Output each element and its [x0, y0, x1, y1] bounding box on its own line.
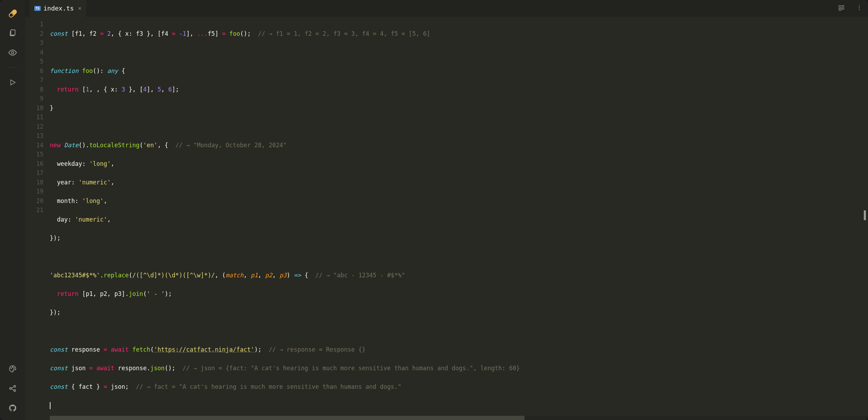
code-line: [50, 252, 868, 262]
minimap-indicator[interactable]: [864, 210, 866, 220]
line-number: 8: [25, 85, 43, 94]
svg-rect-0: [11, 30, 15, 35]
line-number: 7: [25, 75, 43, 85]
code-line: const json = await response.json(); // →…: [50, 364, 868, 373]
activity-bar: [0, 0, 25, 420]
more-icon[interactable]: [850, 5, 868, 12]
line-number: 17: [25, 168, 43, 178]
eye-icon[interactable]: [8, 48, 18, 57]
palette-icon[interactable]: [8, 364, 18, 374]
line-number: 11: [25, 113, 43, 122]
code-line: });: [50, 308, 868, 317]
line-number: 10: [25, 103, 43, 113]
svg-point-11: [859, 9, 860, 10]
code-area[interactable]: const [f1, f2 = 2, { x: f3 }, [f4 = -1],…: [50, 20, 868, 416]
code-line: const { fact } = json; // → fact = "A ca…: [50, 382, 868, 392]
app-window: TS index.ts × 1 2 3 4 5 6 7 8 9: [0, 0, 868, 420]
ts-file-icon: TS: [34, 6, 41, 11]
code-line: [50, 122, 868, 131]
svg-point-5: [14, 368, 14, 368]
pill-icon[interactable]: [8, 8, 18, 18]
tab-index-ts[interactable]: TS index.ts ×: [29, 0, 86, 17]
svg-marker-2: [11, 80, 15, 85]
code-line: new Date().toLocaleString('en', { // → "…: [50, 141, 868, 150]
code-line: day: 'numeric',: [50, 215, 868, 224]
line-number: 18: [25, 178, 43, 187]
github-icon[interactable]: [8, 403, 18, 413]
close-icon[interactable]: ×: [78, 5, 82, 12]
code-line: const [f1, f2 = 2, { x: f3 }, [f4 = -1],…: [50, 29, 868, 39]
line-number: 1: [25, 20, 43, 29]
line-number: 2: [25, 29, 43, 39]
line-number: 16: [25, 159, 43, 169]
main-area: TS index.ts × 1 2 3 4 5 6 7 8 9: [25, 0, 868, 420]
line-number: 13: [25, 131, 43, 141]
activity-divider: [8, 67, 18, 68]
cursor: [50, 402, 50, 409]
tab-bar: TS index.ts ×: [25, 0, 868, 17]
code-line: return [1, , { x: 3 }, [4], 5, 6];: [50, 85, 868, 94]
code-line: [50, 401, 868, 410]
code-line: [50, 48, 868, 57]
code-line: weekday: 'long',: [50, 159, 868, 169]
code-line: });: [50, 233, 868, 243]
code-line: return [p1, p2, p3].join(' - ');: [50, 289, 868, 299]
code-line: month: 'long',: [50, 196, 868, 206]
line-number: 14: [25, 141, 43, 150]
prettier-icon[interactable]: [832, 4, 850, 13]
horizontal-scrollbar[interactable]: [50, 416, 868, 420]
line-number: 4: [25, 48, 43, 57]
code-line: function foo(): any {: [50, 66, 868, 76]
svg-point-9: [859, 5, 860, 6]
editor[interactable]: 1 2 3 4 5 6 7 8 9 10 11 12 13 14 15 16 1…: [25, 17, 868, 416]
code-line: 'abc12345#$*%'.replace(/([^\d]*)(\d*)([^…: [50, 271, 868, 280]
line-number-gutter: 1 2 3 4 5 6 7 8 9 10 11 12 13 14 15 16 1…: [25, 20, 50, 416]
line-number: 20: [25, 196, 43, 206]
line-number: 3: [25, 38, 43, 48]
code-line: }: [50, 103, 868, 113]
line-number: 15: [25, 150, 43, 159]
line-number: 12: [25, 122, 43, 131]
line-number: 21: [25, 205, 43, 215]
files-icon[interactable]: [8, 28, 18, 38]
scrollbar-thumb[interactable]: [50, 416, 524, 420]
svg-point-3: [11, 368, 12, 368]
line-number: 9: [25, 94, 43, 103]
share-icon[interactable]: [8, 384, 18, 393]
play-icon[interactable]: [8, 77, 18, 87]
line-number: 6: [25, 66, 43, 76]
svg-point-4: [12, 367, 13, 367]
svg-point-10: [859, 7, 860, 8]
code-line: const response = await fetch('https://ca…: [50, 345, 868, 354]
tab-filename: index.ts: [43, 5, 74, 12]
code-line: [50, 326, 868, 336]
code-line: year: 'numeric',: [50, 178, 868, 187]
line-number: 5: [25, 57, 43, 66]
line-number: 19: [25, 187, 43, 196]
svg-point-1: [12, 52, 14, 54]
